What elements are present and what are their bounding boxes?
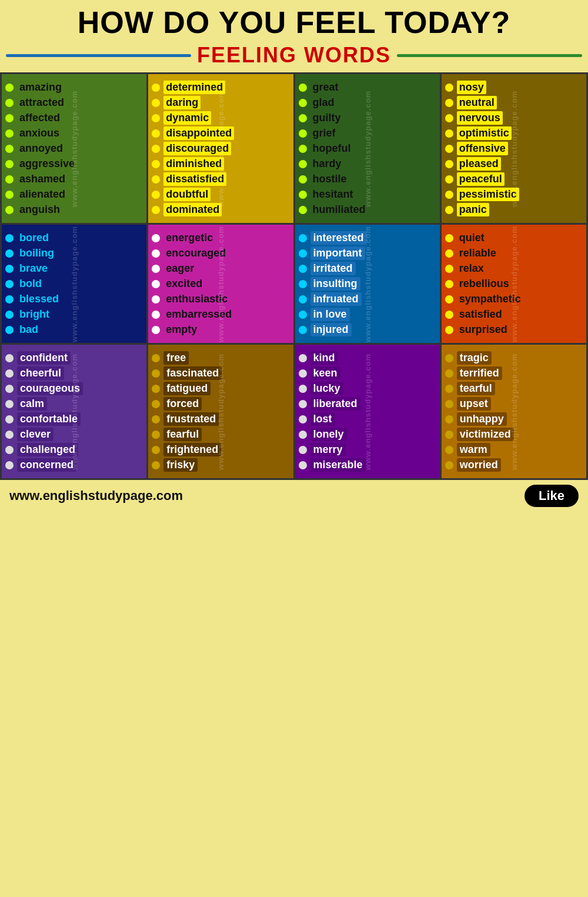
word-dot [445,265,453,273]
word-item: pessimistic [445,188,583,201]
word-item: empty [152,323,289,336]
word-item: insulting [299,277,436,291]
word-dot [5,191,14,199]
word-dot [445,84,453,92]
word-item: important [299,246,436,260]
word-label: courageous [17,382,83,395]
word-dot [299,145,307,153]
word-item: humiliated [299,203,436,216]
word-item: lost [299,412,436,426]
word-item: neutral [445,96,583,109]
word-dot [152,206,160,214]
grid-cell-r3c3: www.englishstudypage.comkindkeenluckylib… [295,345,440,478]
word-item: encouraged [152,246,289,260]
grid-cell-r2c1: www.englishstudypage.comboredboilingbrav… [2,225,146,343]
word-dot [445,311,453,319]
word-item: confortable [5,412,143,426]
header: HOW DO YOU FEEL TODAY? FEELING WORDS [0,0,588,68]
word-label: miserable [310,458,366,472]
word-label: interested [310,231,367,245]
word-dot [5,431,14,439]
word-item: amazing [5,81,143,94]
word-dot [5,175,14,184]
word-dot [299,400,307,408]
word-label: discouraged [163,142,231,155]
grid-cell-r2c2: www.englishstudypage.comenergeticencoura… [148,225,293,343]
word-dot [152,354,160,362]
word-dot [152,160,160,168]
word-dot [152,446,160,454]
word-item: worried [445,458,583,472]
word-dot [445,175,453,184]
word-dot [445,145,453,153]
word-item: grief [299,126,436,140]
word-label: quiet [457,231,487,245]
word-dot [299,354,307,362]
word-label: cheerful [17,366,64,380]
word-item: doubtful [152,188,289,201]
word-item: fascinated [152,366,289,380]
word-label: ashamed [17,172,68,186]
word-dot [445,191,453,199]
word-dot [299,446,307,454]
word-dot [152,295,160,304]
word-item: frisky [152,458,289,472]
like-button[interactable]: Like [524,485,579,507]
word-dot [299,249,307,258]
word-label: dynamic [163,111,211,125]
word-item: great [299,81,436,94]
word-label: diminished [163,157,224,171]
word-label: disappointed [163,126,234,140]
word-dot [299,175,307,184]
word-dot [299,206,307,214]
word-label: frustrated [163,412,219,426]
word-dot [152,175,160,184]
word-dot [5,265,14,273]
word-item: eager [152,262,289,275]
word-item: ashamed [5,172,143,186]
word-item: quiet [445,231,583,245]
grid-cell-r1c4: www.englishstudypage.comnosyneutralnervo… [442,74,586,223]
word-item: reliable [445,246,583,260]
word-label: bold [17,277,44,291]
word-item: peaceful [445,172,583,186]
word-label: important [310,246,365,260]
word-item: aggressive [5,157,143,171]
word-item: determined [152,81,289,94]
word-label: frisky [163,458,198,472]
word-item: boiling [5,246,143,260]
word-item: annoyed [5,142,143,155]
word-dot [5,160,14,168]
grid-cell-r2c4: www.englishstudypage.comquietreliablerel… [442,225,586,343]
word-label: offensive [457,142,508,155]
word-label: great [310,81,341,94]
word-label: energetic [163,231,215,245]
word-label: lucky [310,382,343,395]
word-dot [5,249,14,258]
word-label: dominated [163,203,222,216]
word-label: surprised [457,323,510,336]
word-label: nosy [457,81,486,94]
word-item: merry [299,443,436,456]
word-item: terrified [445,366,583,380]
word-label: lost [310,412,335,426]
word-dot [445,234,453,242]
word-label: encouraged [163,246,228,260]
word-label: forced [163,397,202,411]
word-label: injured [310,323,352,336]
word-label: fatigued [163,382,211,395]
word-label: reliable [457,246,499,260]
word-label: confortable [17,412,81,426]
word-dot [445,446,453,454]
word-dot [299,431,307,439]
word-item: satisfied [445,308,583,321]
word-dot [445,461,453,469]
grid-cell-r3c4: www.englishstudypage.comtragicterrifiedt… [442,345,586,478]
word-item: keen [299,366,436,380]
word-item: liberated [299,397,436,411]
word-item: offensive [445,142,583,155]
word-label: dissatisfied [163,172,226,186]
word-label: merry [310,443,346,456]
word-dot [299,234,307,242]
word-item: dynamic [152,111,289,125]
